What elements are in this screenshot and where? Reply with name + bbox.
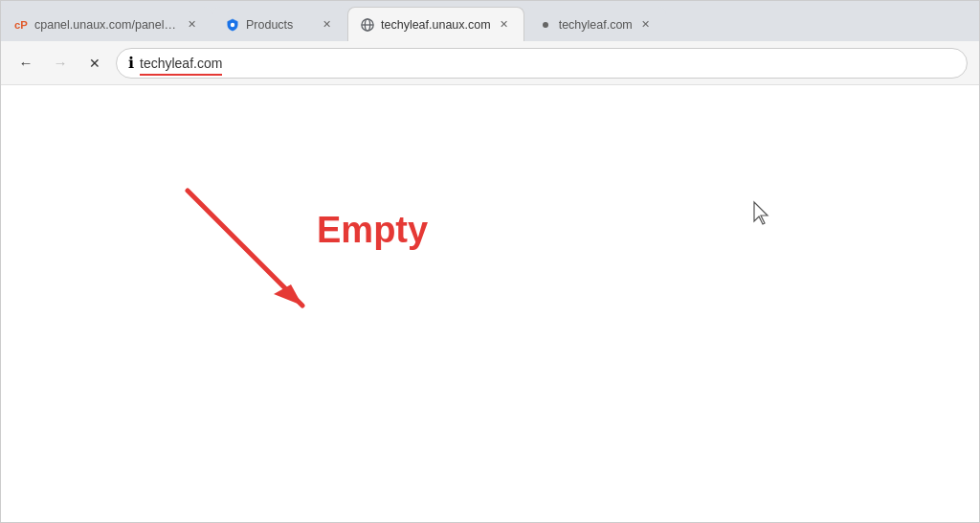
address-bar[interactable]: ℹ techyleaf.com [116, 48, 968, 79]
tab-techyleaf-close[interactable]: ✕ [497, 17, 512, 33]
svg-text:cP: cP [14, 19, 28, 31]
tab-techyleaf[interactable]: techyleaf.unaux.com ✕ [347, 7, 524, 41]
tab-cpanel[interactable]: cP cpanel.unaux.com/panel/indexpl ✕ [1, 7, 212, 41]
svg-point-1 [231, 22, 234, 26]
tab-products[interactable]: Products ✕ [212, 7, 346, 41]
address-text: techyleaf.com [140, 56, 222, 71]
toolbar: ← → ✕ ℹ techyleaf.com [1, 41, 979, 85]
tab-new[interactable]: techyleaf.com ✕ [525, 7, 666, 41]
svg-marker-6 [274, 284, 302, 306]
tab-new-title: techyleaf.com [559, 18, 633, 32]
tab-products-close[interactable]: ✕ [319, 17, 334, 33]
page-content: Empty [1, 85, 979, 522]
tab-bar: cP cpanel.unaux.com/panel/indexpl ✕ Prod… [1, 1, 979, 41]
techyleaf-favicon-icon [360, 17, 375, 33]
tab-cpanel-close[interactable]: ✕ [184, 17, 199, 33]
info-icon: ℹ [128, 54, 134, 72]
arrow-annotation [149, 181, 341, 338]
products-favicon-icon [225, 17, 240, 33]
new-tab-dot-icon [538, 17, 553, 33]
cursor-icon [750, 200, 773, 231]
cpanel-favicon-icon: cP [13, 17, 29, 33]
address-bar-container: ℹ techyleaf.com [116, 48, 968, 79]
tab-cpanel-title: cpanel.unaux.com/panel/indexpl [34, 18, 178, 32]
address-underline [140, 74, 222, 76]
tab-techyleaf-title: techyleaf.unaux.com [381, 18, 491, 32]
empty-label: Empty [317, 210, 428, 251]
forward-button[interactable]: → [47, 50, 74, 77]
tab-new-close[interactable]: ✕ [638, 17, 654, 33]
tab-products-title: Products [246, 18, 313, 32]
reload-stop-button[interactable]: ✕ [81, 50, 108, 77]
back-button[interactable]: ← [12, 50, 39, 77]
browser-frame: cP cpanel.unaux.com/panel/indexpl ✕ Prod… [0, 0, 980, 523]
